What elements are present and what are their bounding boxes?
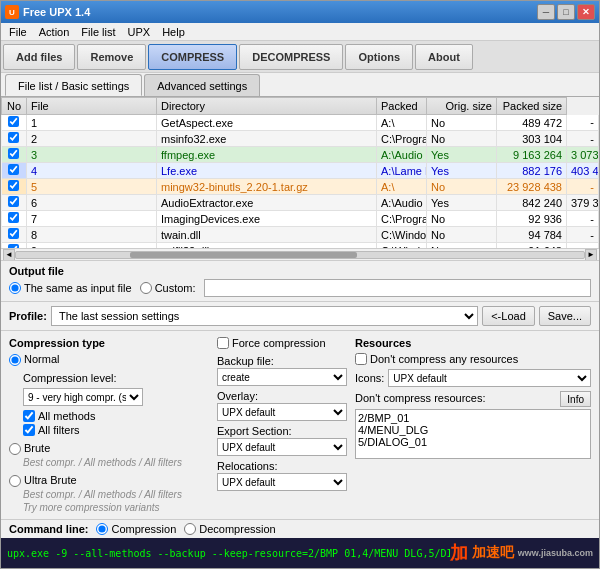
all-methods-checkbox[interactable]	[23, 410, 35, 422]
row-orig-size: 303 104	[497, 131, 567, 147]
row-packed-size: -	[567, 115, 599, 131]
menu-file[interactable]: File	[3, 23, 33, 41]
row-orig-size: 842 240	[497, 195, 567, 211]
all-methods-row[interactable]: All methods	[23, 410, 209, 422]
row-orig-size: 94 784	[497, 227, 567, 243]
row-checkbox-cell[interactable]	[2, 195, 27, 211]
all-methods-label: All methods	[38, 410, 95, 422]
ultra-brute-option[interactable]: Ultra Brute	[9, 474, 209, 487]
brute-radio[interactable]	[9, 443, 21, 455]
tab-advanced-settings[interactable]: Advanced settings	[144, 74, 260, 96]
file-table-container[interactable]: No File Directory Packed Orig. size Pack…	[1, 97, 599, 248]
output-same-radio[interactable]	[9, 282, 21, 294]
add-files-button[interactable]: Add files	[3, 44, 75, 70]
table-row[interactable]: 8 twain.dll C:\Windows No 94 784 -	[2, 227, 599, 243]
scroll-left-btn[interactable]: ◄	[3, 249, 15, 261]
load-button[interactable]: <-Load	[482, 306, 535, 326]
output-file-section: Output file The same as input file Custo…	[1, 260, 599, 301]
output-custom-radio[interactable]	[140, 282, 152, 294]
output-custom-input[interactable]	[204, 279, 591, 297]
watermark: 加 加速吧 www.jiasuba.com	[450, 541, 593, 565]
info-button[interactable]: Info	[560, 391, 591, 407]
col-header-no[interactable]: No	[2, 98, 27, 115]
dont-compress-any-row[interactable]: Don't compress any resources	[355, 353, 591, 365]
row-checkbox-cell[interactable]	[2, 163, 27, 179]
force-compression-checkbox[interactable]	[217, 337, 229, 349]
compression-radio-option[interactable]: Compression	[96, 523, 176, 535]
row-file: Lfe.exe	[157, 163, 377, 179]
row-no: 5	[27, 179, 157, 195]
row-dir: A:\Audio Extractor 1.4	[377, 147, 427, 163]
save-button[interactable]: Save...	[539, 306, 591, 326]
compression-mode-radio[interactable]	[96, 523, 108, 535]
scrollbar-thumb[interactable]	[130, 252, 357, 258]
row-packed-size: -	[567, 211, 599, 227]
scrollbar-track[interactable]	[15, 251, 585, 259]
row-checkbox-cell[interactable]	[2, 227, 27, 243]
compress-button[interactable]: COMPRESS	[148, 44, 237, 70]
table-row[interactable]: 7 ImagingDevices.exe C:\Program Files (x…	[2, 211, 599, 227]
brute-option[interactable]: Brute	[9, 442, 209, 455]
tab-basic-settings[interactable]: File list / Basic settings	[5, 74, 142, 96]
col-header-orig-size[interactable]: Orig. size	[427, 98, 497, 115]
col-header-directory[interactable]: Directory	[157, 98, 377, 115]
table-row[interactable]: 4 Lfe.exe A:\Lame Front-End 1.4 Yes 882 …	[2, 163, 599, 179]
table-row[interactable]: 6 AudioExtractor.exe A:\Audio Extractor …	[2, 195, 599, 211]
decompress-button[interactable]: DECOMPRESS	[239, 44, 343, 70]
all-filters-row[interactable]: All filters	[23, 424, 209, 436]
menu-upx[interactable]: UPX	[122, 23, 157, 41]
decompression-radio-option[interactable]: Decompression	[184, 523, 275, 535]
options-button[interactable]: Options	[345, 44, 413, 70]
relocations-select[interactable]: UPX default	[217, 473, 347, 491]
middle-box: Force compression Backup file: createove…	[217, 337, 347, 513]
maximize-button[interactable]: □	[557, 4, 575, 20]
dont-compress-resources-label: Don't compress resources:	[355, 392, 485, 404]
force-compression-row[interactable]: Force compression	[217, 337, 347, 349]
output-same-option[interactable]: The same as input file	[9, 282, 132, 294]
table-row[interactable]: 5 mingw32-binutls_2.20-1.tar.gz A:\ No 2…	[2, 179, 599, 195]
output-custom-option[interactable]: Custom:	[140, 282, 196, 294]
export-select[interactable]: UPX default	[217, 438, 347, 456]
row-no: 6	[27, 195, 157, 211]
table-row[interactable]: 1 GetAspect.exe A:\ No 489 472 -	[2, 115, 599, 131]
horizontal-scrollbar[interactable]: ◄ ►	[1, 248, 599, 260]
ultra-brute-label: Ultra Brute	[24, 474, 77, 486]
row-packed: No	[427, 179, 497, 195]
resources-title: Resources	[355, 337, 591, 349]
row-packed-size: -	[567, 179, 599, 195]
table-row[interactable]: 3 ffmpeg.exe A:\Audio Extractor 1.4 Yes …	[2, 147, 599, 163]
close-button[interactable]: ✕	[577, 4, 595, 20]
backup-select[interactable]: createoverwritenone	[217, 368, 347, 386]
comp-level-select[interactable]: 1 - fastest5 - normal9 - very high compr…	[23, 388, 143, 406]
scroll-right-btn[interactable]: ►	[585, 249, 597, 261]
output-file-label: Output file	[9, 265, 591, 277]
row-checkbox-cell[interactable]	[2, 211, 27, 227]
command-text: upx.exe -9 --all-methods --backup --keep…	[7, 548, 450, 559]
row-checkbox-cell[interactable]	[2, 179, 27, 195]
brute-desc: Best compr. / All methods / All filters	[23, 457, 209, 468]
table-row[interactable]: 2 msinfo32.exe C:\Program Files (x86)\Co…	[2, 131, 599, 147]
row-dir: A:\Lame Front-End 1.4	[377, 163, 427, 179]
icons-select[interactable]: UPX default	[388, 369, 591, 387]
row-checkbox-cell[interactable]	[2, 131, 27, 147]
col-header-packed-size[interactable]: Packed size	[497, 98, 567, 115]
menu-filelist[interactable]: File list	[75, 23, 121, 41]
normal-option[interactable]: Normal	[9, 353, 209, 366]
remove-button[interactable]: Remove	[77, 44, 146, 70]
about-button[interactable]: About	[415, 44, 473, 70]
overlay-select[interactable]: UPX defaultcopystrip	[217, 403, 347, 421]
dont-compress-any-checkbox[interactable]	[355, 353, 367, 365]
ultra-brute-radio[interactable]	[9, 475, 21, 487]
all-filters-checkbox[interactable]	[23, 424, 35, 436]
decompression-mode-radio[interactable]	[184, 523, 196, 535]
col-header-file[interactable]: File	[27, 98, 157, 115]
row-checkbox-cell[interactable]	[2, 147, 27, 163]
col-header-packed[interactable]: Packed	[377, 98, 427, 115]
row-checkbox-cell[interactable]	[2, 115, 27, 131]
normal-radio[interactable]	[9, 354, 21, 366]
dont-compress-list[interactable]: 2/BMP_014/MENU_DLG5/DIALOG_01	[355, 409, 591, 459]
menu-help[interactable]: Help	[156, 23, 191, 41]
minimize-button[interactable]: ─	[537, 4, 555, 20]
profile-select[interactable]: The last session settings	[51, 306, 478, 326]
menu-action[interactable]: Action	[33, 23, 76, 41]
